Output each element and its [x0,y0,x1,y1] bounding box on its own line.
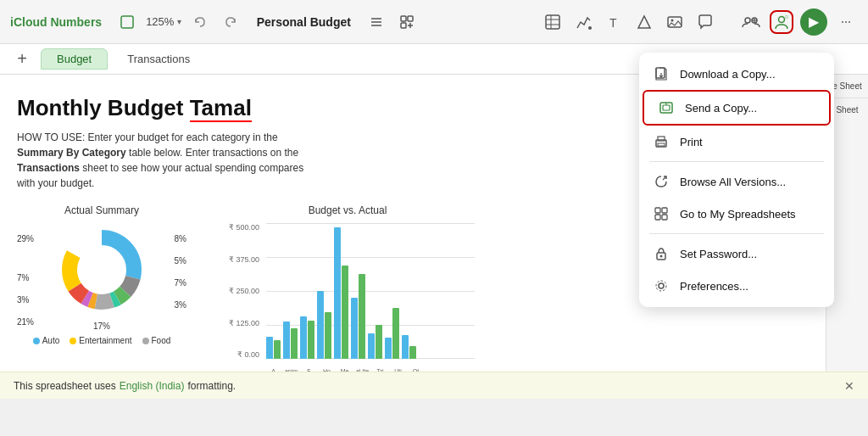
collaborate-button[interactable] [770,10,793,34]
legend-entertainment: Entertainment [70,336,131,345]
svg-text:T: T [609,16,617,30]
svg-point-35 [78,246,125,293]
add-sheet-icon-button[interactable] [395,10,419,34]
top-toolbar: iCloud Numbers 125% ▾ Personal Budget T [0,0,868,44]
bar-actual-5 [359,274,365,359]
chart-icon-button[interactable] [571,10,595,34]
bar-group-7 [385,308,399,359]
svg-rect-47 [655,215,660,220]
menu-item-my-spreadsheets[interactable]: Go to My Spreadsheets [639,198,834,230]
menu-item-send-copy[interactable]: Send a Copy... [643,90,831,126]
menu-label-send-copy: Send a Copy... [685,102,757,115]
bar-actual-3 [325,312,331,359]
svg-point-51 [659,283,664,288]
menu-item-browse-versions[interactable]: Browse All Versions... [639,165,834,198]
bar-actual-6 [376,325,382,359]
add-sheet-button[interactable] [115,10,139,34]
svg-point-22 [779,16,785,22]
bar-chart-title: Budget vs. Actual [220,204,475,216]
bar-budget-2 [300,316,307,359]
preferences-icon [653,277,670,294]
table-icon-button[interactable] [541,10,565,34]
menu-item-set-password[interactable]: Set Password... [639,238,834,270]
doc-title-underline: Tamal [190,95,252,122]
more-options-button[interactable]: ⋯ [834,10,858,34]
menu-item-download[interactable]: Download a Copy... [639,58,834,90]
tab-budget[interactable]: Budget [41,48,108,70]
bar-actual-0 [274,340,281,359]
menu-label-my-spreadsheets: Go to My Spreadsheets [680,208,796,221]
bar-budget-4 [334,227,341,359]
notification-bar: This spreadsheet uses English (India) fo… [0,372,868,399]
notify-text2: formatting. [187,380,236,392]
pct-3a: 3% [17,293,34,308]
svg-rect-6 [401,23,406,28]
bar-budget-7 [385,338,392,359]
bar-chart: Budget vs. Actual ₹ 500.00 ₹ 375.00 ₹ 25… [220,204,475,376]
legend-auto: Auto [33,336,60,345]
menu-item-preferences[interactable]: Preferences... [639,270,834,302]
bar-budget-8 [402,335,409,359]
menu-label-set-password: Set Password... [680,248,757,260]
bar-group-1 [283,321,298,359]
svg-point-52 [656,281,666,291]
zoom-control[interactable]: 125% ▾ [146,15,181,28]
bar-budget-1 [283,321,290,359]
bar-budget-5 [351,298,358,359]
bar-chart-area: ₹ 500.00 ₹ 375.00 ₹ 250.00 ₹ 125.00 ₹ 0.… [220,223,475,376]
pct-3b: 3% [175,298,186,313]
bar-group-2 [300,316,314,359]
text-icon-button[interactable]: T [602,10,626,34]
app-logo: iCloud Numbers [10,15,102,29]
menu-separator-1 [649,161,824,162]
menu-item-print[interactable]: Print [639,126,834,158]
play-button[interactable]: ▶ [800,8,827,36]
svg-rect-9 [546,15,559,29]
svg-rect-4 [401,16,406,21]
add-tab-button[interactable]: + [10,48,34,71]
pct-bottom: 17% [17,321,186,331]
notify-close-button[interactable]: ✕ [844,379,854,393]
svg-rect-43 [658,143,665,146]
svg-rect-5 [408,16,413,21]
svg-point-17 [671,19,674,21]
download-icon [653,65,670,82]
share-button[interactable] [739,10,763,34]
bar-group-6 [368,325,382,359]
image-icon-button[interactable] [663,10,687,34]
bar-actual-2 [308,321,314,359]
menu-label-browse-versions: Browse All Versions... [680,176,786,188]
bar-group-8 [402,335,416,359]
bar-y-axis: ₹ 500.00 ₹ 375.00 ₹ 250.00 ₹ 125.00 ₹ 0.… [220,223,263,359]
set-password-icon [653,245,670,262]
notify-text: This spreadsheet uses [14,380,116,392]
notify-language-link[interactable]: English (India) [120,380,185,392]
pct-7a: 7% [17,271,34,286]
document-title: Personal Budget [249,15,358,29]
donut-chart: Actual Summary 29% 7% 3% 21% [17,204,186,376]
menu-label-preferences: Preferences... [680,280,748,293]
redo-button[interactable] [219,10,242,34]
bar-group-3 [317,291,331,359]
pct-21: 21% [17,315,34,330]
print-icon [653,133,670,150]
pct-7b: 7% [175,276,186,291]
menu-separator-2 [649,233,824,234]
dropdown-menu: Download a Copy... Send a Copy... Print … [639,53,834,307]
browse-versions-icon [653,173,670,190]
menu-label-print: Print [680,136,703,148]
bar-actual-7 [392,308,399,359]
format-list-button[interactable] [364,10,388,34]
bar-group-5 [351,274,365,359]
svg-point-50 [660,255,663,258]
bar-group-0 [266,337,281,359]
donut-svg [55,223,148,316]
comment-icon-button[interactable] [693,10,717,34]
pct-5: 5% [175,254,186,269]
donut-legend: Auto Entertainment Food [17,336,186,345]
tab-transactions[interactable]: Transactions [111,48,206,70]
svg-rect-45 [655,208,660,213]
undo-button[interactable] [188,10,212,34]
shape-icon-button[interactable] [632,10,656,34]
pct-29: 29% [17,232,34,247]
